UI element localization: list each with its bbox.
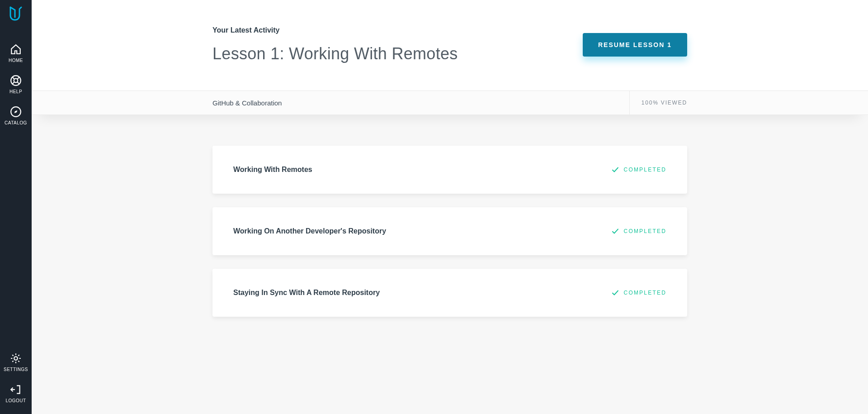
svg-line-5 bbox=[17, 82, 19, 84]
compass-icon bbox=[10, 106, 22, 118]
lesson-card-title: Working With Remotes bbox=[233, 166, 312, 174]
nav-logout-label: LOGOUT bbox=[5, 398, 26, 403]
nav-settings-label: SETTINGS bbox=[4, 367, 28, 372]
udacity-logo-icon bbox=[9, 6, 23, 21]
lesson-status: COMPLETED bbox=[611, 166, 666, 174]
nav-group-bottom: SETTINGS LOGOUT bbox=[0, 346, 32, 409]
hero-text: Your Latest Activity Lesson 1: Working W… bbox=[212, 26, 458, 63]
logout-icon bbox=[10, 384, 22, 395]
viewed-percentage: 100% VIEWED bbox=[642, 100, 687, 106]
viewed-wrap: 100% VIEWED bbox=[629, 91, 687, 114]
nav-catalog-label: CATALOG bbox=[5, 120, 27, 125]
checkmark-icon bbox=[611, 289, 619, 297]
nav-catalog[interactable]: CATALOG bbox=[0, 100, 32, 131]
svg-line-2 bbox=[12, 77, 14, 79]
lesson-card[interactable]: Working With Remotes COMPLETED bbox=[212, 146, 687, 194]
nav-settings[interactable]: SETTINGS bbox=[0, 346, 32, 377]
subheader: GitHub & Collaboration 100% VIEWED bbox=[32, 91, 868, 115]
checkmark-icon bbox=[611, 227, 619, 235]
lesson-card-title: Staying In Sync With A Remote Repository bbox=[233, 289, 380, 297]
nav-help-label: HELP bbox=[9, 89, 22, 94]
nav-home-label: HOME bbox=[9, 58, 23, 63]
resume-lesson-button[interactable]: RESUME LESSON 1 bbox=[583, 33, 687, 57]
udacity-logo[interactable] bbox=[8, 6, 24, 26]
sidebar: HOME HELP CATALOG bbox=[0, 0, 32, 414]
nav-logout[interactable]: LOGOUT bbox=[0, 377, 32, 409]
hero-inner: Your Latest Activity Lesson 1: Working W… bbox=[212, 26, 687, 63]
lesson-status-text: COMPLETED bbox=[624, 290, 666, 296]
lessons-area: Working With Remotes COMPLETED Working O… bbox=[212, 115, 687, 414]
lesson-card[interactable]: Staying In Sync With A Remote Repository… bbox=[212, 269, 687, 317]
nav-group-top: HOME HELP CATALOG bbox=[0, 37, 32, 131]
lesson-status: COMPLETED bbox=[611, 227, 666, 235]
help-icon bbox=[10, 75, 22, 86]
lesson-card-title: Working On Another Developer's Repositor… bbox=[233, 227, 386, 235]
svg-point-1 bbox=[14, 79, 18, 83]
main: Your Latest Activity Lesson 1: Working W… bbox=[32, 0, 868, 414]
subheader-inner: GitHub & Collaboration 100% VIEWED bbox=[212, 91, 687, 114]
nav-home[interactable]: HOME bbox=[0, 37, 32, 68]
checkmark-icon bbox=[611, 166, 619, 174]
lesson-title: Lesson 1: Working With Remotes bbox=[212, 44, 458, 63]
svg-line-4 bbox=[12, 82, 14, 84]
lesson-status-text: COMPLETED bbox=[624, 167, 666, 173]
lesson-status-text: COMPLETED bbox=[624, 228, 666, 234]
svg-point-8 bbox=[14, 357, 18, 360]
nav-help[interactable]: HELP bbox=[0, 68, 32, 100]
course-name: GitHub & Collaboration bbox=[212, 99, 282, 107]
svg-line-3 bbox=[17, 77, 19, 79]
gear-icon bbox=[10, 352, 22, 364]
lesson-status: COMPLETED bbox=[611, 289, 666, 297]
home-icon bbox=[10, 43, 22, 55]
hero: Your Latest Activity Lesson 1: Working W… bbox=[32, 0, 868, 91]
latest-activity-label: Your Latest Activity bbox=[212, 26, 458, 34]
svg-marker-7 bbox=[14, 110, 18, 114]
lesson-card[interactable]: Working On Another Developer's Repositor… bbox=[212, 207, 687, 255]
